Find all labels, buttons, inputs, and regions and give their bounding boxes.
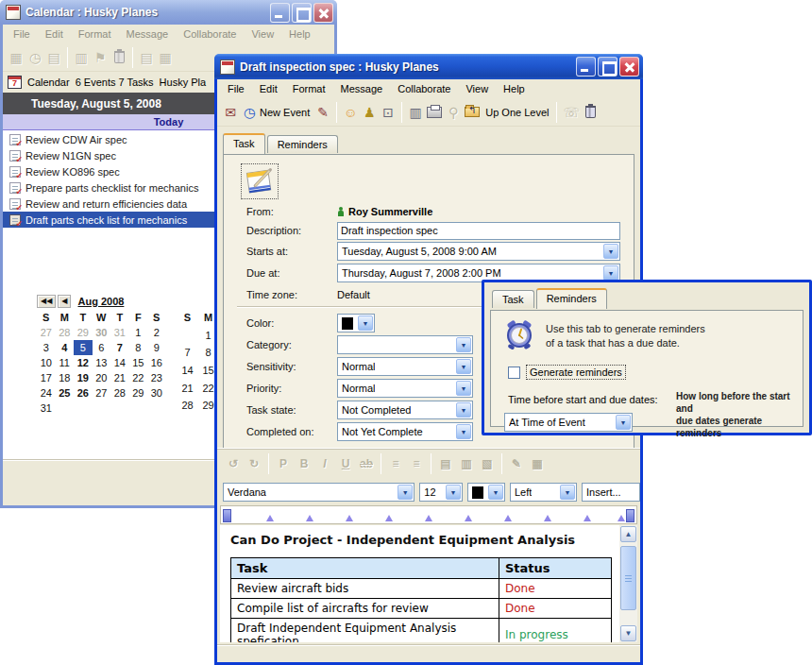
trash-icon[interactable] <box>582 102 601 123</box>
chevron-down-icon[interactable]: ▼ <box>603 265 618 281</box>
align-left-icon[interactable]: ≡ <box>385 453 406 474</box>
new-event-icon[interactable]: ◷ <box>25 47 44 68</box>
task-state-dropdown[interactable]: Not Completed ▼ <box>337 401 473 419</box>
door-icon[interactable]: ⊡ <box>379 102 398 123</box>
font-size-dropdown[interactable]: 12 ▼ <box>419 483 463 502</box>
chevron-down-icon[interactable]: ▼ <box>446 485 461 500</box>
calendar-titlebar[interactable]: Calendar : Husky Planes <box>0 0 337 25</box>
starts-at-dropdown[interactable]: Tuesday, August 5, 2008 9:00 AM ▼ <box>337 242 620 261</box>
color-dropdown[interactable]: ▼ <box>337 314 375 332</box>
align-right-icon[interactable]: ≡ <box>406 453 427 474</box>
day-cell[interactable]: 18 <box>56 370 75 385</box>
menu-file[interactable]: File <box>7 26 37 42</box>
day-cell[interactable]: 21 <box>110 370 129 385</box>
up-one-level-button[interactable]: Up One Level <box>484 107 552 118</box>
day-cell[interactable]: 24 <box>37 385 56 401</box>
day-cell[interactable]: 26 <box>74 385 93 401</box>
menu-message[interactable]: Message <box>120 26 176 42</box>
day-cell[interactable]: 23 <box>147 370 166 385</box>
vertical-scrollbar[interactable]: ▲ ▼ <box>619 525 637 642</box>
chevron-down-icon[interactable]: ▼ <box>456 402 471 418</box>
scrollbar-thumb[interactable] <box>620 546 636 610</box>
chevron-down-icon[interactable]: ▼ <box>398 485 413 500</box>
day-cell[interactable]: 16 <box>147 355 166 370</box>
chevron-down-icon[interactable]: ▼ <box>456 337 471 352</box>
menu-view[interactable]: View <box>245 26 280 42</box>
minimize-button[interactable] <box>270 3 290 23</box>
menu-collaborate[interactable]: Collaborate <box>391 81 457 96</box>
description-input[interactable] <box>337 222 620 240</box>
day-cell[interactable]: 29 <box>129 385 148 401</box>
day-cell[interactable] <box>178 328 198 343</box>
category-dropdown[interactable]: ▼ <box>337 335 473 354</box>
day-cell[interactable]: 19 <box>74 370 93 385</box>
alignment-dropdown[interactable]: Left ▼ <box>510 483 577 502</box>
table-icon[interactable]: ▤ <box>435 453 456 474</box>
new-event-button[interactable]: New Event <box>259 107 313 118</box>
chevron-down-icon[interactable]: ▼ <box>456 381 471 396</box>
prev-month-button[interactable]: ◀ <box>58 295 71 308</box>
tab-reminders[interactable]: Reminders <box>267 135 338 153</box>
generate-reminders-checkbox[interactable] <box>508 367 520 379</box>
day-cell[interactable]: 3 <box>37 340 56 355</box>
paragraph-icon[interactable]: P <box>273 453 294 474</box>
chevron-down-icon[interactable]: ▼ <box>560 485 575 500</box>
day-cell[interactable]: 21 <box>178 381 198 396</box>
day-cell[interactable]: 7 <box>110 340 129 355</box>
list-view-icon[interactable]: ▥ <box>406 102 425 123</box>
tab-task[interactable]: Task <box>223 133 265 154</box>
font-color-dropdown[interactable]: ▼ <box>467 483 505 502</box>
month-label-link[interactable]: Aug 2008 <box>77 296 124 307</box>
day-cell[interactable]: 4 <box>56 340 75 355</box>
new-task-icon[interactable]: ✎ <box>313 102 332 123</box>
day-cell[interactable]: 28 <box>178 398 198 413</box>
menu-format[interactable]: Format <box>72 26 118 42</box>
day-cell[interactable]: 22 <box>129 370 148 385</box>
day-cell[interactable]: 30 <box>93 325 111 340</box>
day-cell[interactable]: 14 <box>178 363 198 378</box>
maximize-button[interactable] <box>292 3 312 23</box>
day-cell[interactable]: 17 <box>37 370 56 385</box>
menu-collaborate[interactable]: Collaborate <box>177 26 243 42</box>
tab-stop-marker[interactable] <box>306 515 313 521</box>
italic-icon[interactable]: I <box>314 453 335 474</box>
day-cell[interactable]: 8 <box>129 340 148 355</box>
day-cell[interactable]: 30 <box>147 385 166 401</box>
tab-stop-marker[interactable] <box>425 515 432 521</box>
completed-on-dropdown[interactable]: Not Yet Complete ▼ <box>337 422 473 441</box>
search-icon[interactable]: ⚲ <box>444 102 463 123</box>
tab-stop-marker[interactable] <box>266 515 274 521</box>
redo-icon[interactable]: ↻ <box>244 453 264 474</box>
maximize-button[interactable] <box>598 57 617 77</box>
tab-stop-marker[interactable] <box>617 515 625 521</box>
tab-stop-marker[interactable] <box>504 515 512 521</box>
left-indent-marker[interactable] <box>223 509 231 522</box>
split-cells-icon[interactable]: ▧ <box>477 453 498 474</box>
delete-icon[interactable] <box>110 47 128 68</box>
chevron-down-icon[interactable]: ▼ <box>603 244 618 259</box>
menu-edit[interactable]: Edit <box>253 81 284 96</box>
day-cell[interactable]: 27 <box>93 385 111 401</box>
day-cell[interactable]: 12 <box>74 355 93 370</box>
menu-message[interactable]: Message <box>334 81 390 96</box>
time-before-dropdown[interactable]: At Time of Event ▼ <box>504 413 633 432</box>
signature-icon[interactable]: ✎ <box>506 453 527 474</box>
font-family-dropdown[interactable]: Verdana ▼ <box>223 483 414 502</box>
tab-stop-marker[interactable] <box>346 515 353 521</box>
tab-stop-marker[interactable] <box>544 515 551 521</box>
new-event-icon[interactable]: ◷ <box>240 102 259 123</box>
chevron-down-icon[interactable]: ▼ <box>456 359 471 374</box>
task-titlebar[interactable]: Draft inspection spec : Husky Planes <box>214 54 643 79</box>
list-view-icon[interactable]: ▤ <box>137 47 156 68</box>
day-cell[interactable]: 13 <box>93 355 111 370</box>
new-appointment-icon[interactable]: ▦ <box>7 47 25 68</box>
day-cell[interactable]: 1 <box>129 325 148 340</box>
day-cell[interactable]: 27 <box>37 325 56 340</box>
bold-icon[interactable]: B <box>294 453 314 474</box>
menu-view[interactable]: View <box>459 81 495 96</box>
day-cell[interactable]: 9 <box>147 340 166 355</box>
day-cell[interactable]: 25 <box>56 385 75 401</box>
menu-edit[interactable]: Edit <box>39 26 70 42</box>
merge-cells-icon[interactable]: ▥ <box>456 453 477 474</box>
notify-icon[interactable]: ☏ <box>561 102 582 123</box>
